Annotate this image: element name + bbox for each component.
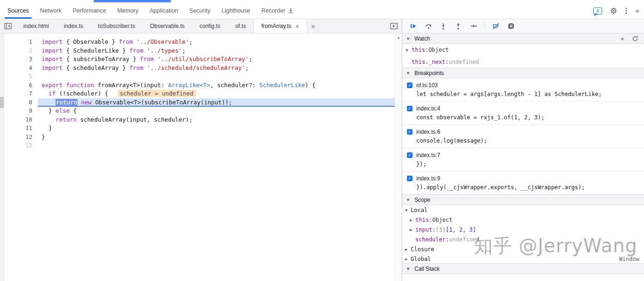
- devtools-panel-tabbar: SourcesNetworkPerformanceMemoryApplicati…: [0, 3, 644, 19]
- tab-overflow-chevron[interactable]: »: [307, 22, 319, 30]
- collapse-icon[interactable]: ▼: [405, 208, 411, 212]
- file-tab-of-ts[interactable]: of.ts: [228, 19, 253, 33]
- line-number[interactable]: 2: [4, 47, 38, 55]
- code-lines[interactable]: 1import { Observable } from '../Observab…: [4, 34, 395, 281]
- scope-prop-input[interactable]: ▶input: (3) [1, 2, 3]: [402, 225, 644, 234]
- file-tab-fromArray-ts[interactable]: fromArray.ts×: [253, 19, 307, 33]
- code-line[interactable]: 12}: [4, 133, 395, 142]
- breakpoint-entry[interactable]: ✓index.ts:6console.log(message);: [402, 125, 644, 148]
- breakpoint-entry[interactable]: ✓of.ts:103let scheduler = args[args.leng…: [402, 78, 644, 102]
- code-line[interactable]: 13: [4, 141, 395, 150]
- editor-scrollbar[interactable]: ▲: [395, 34, 402, 281]
- line-number[interactable]: 11: [4, 124, 38, 133]
- file-tab-toSubscriber-ts[interactable]: toSubscriber.ts: [91, 19, 142, 33]
- call-stack-section-header[interactable]: ▼ Call Stack: [402, 263, 644, 274]
- breakpoint-code: const observable = rxjs_1.of(1, 2, 3);: [416, 114, 640, 121]
- expand-icon[interactable]: ▶: [405, 247, 411, 252]
- breakpoints-section-header[interactable]: ▼ Breakpoints: [402, 68, 644, 78]
- breakpoint-entry[interactable]: ✓index.ts:7});: [402, 148, 644, 171]
- code-line[interactable]: 3import { subscribeToArray } from '../ut…: [4, 55, 395, 64]
- code-editor[interactable]: 1import { Observable } from '../Observab…: [0, 34, 402, 281]
- code-line[interactable]: 11 }: [4, 124, 395, 133]
- breakpoint-code: console.log(message);: [416, 137, 640, 144]
- code-token: if: [49, 90, 56, 97]
- line-number[interactable]: 3: [4, 55, 38, 64]
- code-line[interactable]: 2import { SchedulerLike } from '../types…: [4, 47, 395, 55]
- breakpoint-checkbox[interactable]: ✓: [407, 82, 413, 88]
- step-over-button[interactable]: [425, 22, 432, 30]
- line-number[interactable]: 9: [4, 107, 38, 116]
- panel-tab-memory[interactable]: Memory: [112, 3, 144, 19]
- panel-tab-recorder[interactable]: Recorder: [256, 3, 299, 19]
- code-line[interactable]: 7 if (!scheduler) { scheduler = undefine…: [4, 89, 395, 98]
- panel-tab-lighthouse[interactable]: Lighthouse: [216, 3, 256, 19]
- scope-prop-name: input: [415, 226, 432, 233]
- deactivate-breakpoints-button[interactable]: [492, 22, 500, 30]
- refresh-watch-icon[interactable]: [630, 35, 640, 42]
- line-number[interactable]: 4: [4, 64, 38, 73]
- breakpoint-entry[interactable]: ✓index.ts:9}).apply(__cjsWrapper.exports…: [402, 171, 644, 195]
- expand-icon[interactable]: ▶: [410, 227, 415, 232]
- close-tab-icon[interactable]: ×: [295, 23, 299, 30]
- scope-section-header[interactable]: ▼ Scope: [402, 194, 644, 205]
- scope-group-global[interactable]: ▶GlobalWindow: [402, 254, 644, 264]
- file-tab-config-ts[interactable]: config.ts: [192, 19, 228, 33]
- settings-gear-icon[interactable]: [610, 7, 617, 14]
- breakpoint-checkbox[interactable]: ✓: [407, 152, 413, 158]
- messages-indicator[interactable]: 1: [593, 7, 602, 14]
- code-token: new: [81, 99, 92, 106]
- breakpoint-checkbox[interactable]: ✓: [407, 106, 413, 111]
- panel-tab-performance[interactable]: Performance: [67, 3, 112, 19]
- line-number[interactable]: 5: [4, 72, 38, 81]
- code-line[interactable]: 1import { Observable } from '../Observab…: [4, 38, 395, 47]
- close-devtools-icon[interactable]: ×: [635, 7, 639, 14]
- breakpoint-checkbox[interactable]: ✓: [407, 176, 413, 181]
- watch-section-header[interactable]: ▼ Watch +: [402, 33, 644, 44]
- file-tab-index-ts[interactable]: index.ts: [56, 19, 91, 33]
- resume-script-button[interactable]: [410, 22, 417, 30]
- scope-group-local[interactable]: ▼Local: [402, 205, 644, 215]
- scope-list: ▼Local▶this: Object▶input: (3) [1, 2, 3]…: [402, 205, 644, 264]
- code-line[interactable]: 9 } else {: [4, 107, 395, 116]
- add-watch-icon[interactable]: +: [617, 34, 627, 42]
- code-line[interactable]: 8 return new Observable<T>(subscribeToAr…: [4, 98, 395, 107]
- code-line[interactable]: 4import { scheduleArray } from '../sched…: [4, 64, 395, 73]
- breakpoint-checkbox[interactable]: ✓: [407, 129, 413, 135]
- scope-prop-scheduler[interactable]: scheduler: undefined: [402, 234, 644, 244]
- line-number[interactable]: 6: [4, 81, 38, 90]
- panel-tab-security[interactable]: Security: [184, 3, 216, 19]
- panel-tab-application[interactable]: Application: [144, 3, 183, 19]
- more-options-icon[interactable]: [625, 7, 627, 14]
- watch-item[interactable]: ▶this: Object: [402, 44, 644, 56]
- code-line[interactable]: 10 return scheduleArray(input, scheduler…: [4, 116, 395, 124]
- file-tab-Observable-ts[interactable]: Observable.ts: [142, 19, 192, 33]
- code-line[interactable]: 5: [4, 72, 395, 81]
- pause-on-exceptions-button[interactable]: [507, 22, 515, 30]
- expand-icon[interactable]: ▶: [410, 218, 415, 222]
- code-token: [42, 90, 49, 97]
- colon: :: [446, 236, 449, 243]
- step-into-button[interactable]: [440, 22, 447, 30]
- line-number[interactable]: 12: [4, 133, 38, 142]
- expand-icon[interactable]: ▶: [405, 257, 411, 261]
- step-button[interactable]: [469, 22, 477, 30]
- line-number[interactable]: 8: [4, 98, 38, 107]
- line-number[interactable]: 7: [4, 89, 38, 98]
- scope-prop-this[interactable]: ▶this: Object: [402, 215, 644, 225]
- scope-group-closure[interactable]: ▶Closure: [402, 244, 644, 254]
- panel-tab-network[interactable]: Network: [35, 3, 67, 19]
- watch-item[interactable]: this._next: undefined: [402, 56, 644, 68]
- panel-tab-sources[interactable]: Sources: [2, 3, 35, 19]
- expand-icon[interactable]: ▶: [406, 48, 412, 52]
- line-number[interactable]: 13: [4, 141, 38, 150]
- show-navigator-icon[interactable]: [0, 23, 16, 29]
- file-tab-index-html[interactable]: index.html: [16, 19, 56, 33]
- toggle-sidebar-icon[interactable]: [390, 23, 402, 29]
- breakpoint-entry[interactable]: ✓index.ts:4const observable = rxjs_1.of(…: [402, 102, 644, 125]
- code-token: from: [129, 64, 143, 71]
- line-number[interactable]: 1: [4, 38, 38, 47]
- line-number[interactable]: 10: [4, 116, 38, 124]
- step-out-button[interactable]: [455, 22, 462, 30]
- scroll-up-icon[interactable]: ▲: [397, 35, 400, 40]
- code-line[interactable]: 6export function fromArray<T>(input: Arr…: [4, 81, 395, 90]
